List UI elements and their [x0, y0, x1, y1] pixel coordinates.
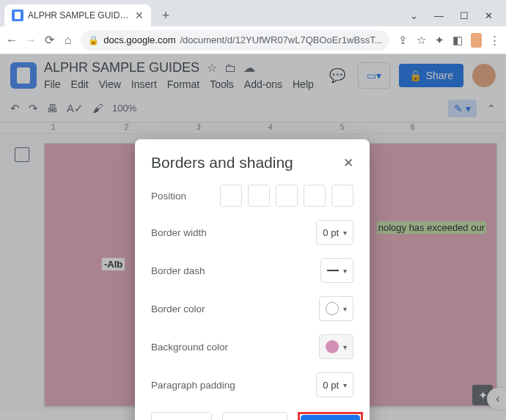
- paragraph-padding-label: Paragraph padding: [151, 380, 235, 391]
- maximize-icon[interactable]: ☐: [460, 10, 469, 21]
- docs-favicon-icon: [12, 10, 23, 21]
- forward-icon: →: [25, 34, 37, 47]
- position-options: [220, 185, 353, 207]
- url-field[interactable]: 🔒 docs.google.com /document/d/12YUfWR07w…: [81, 30, 389, 51]
- border-left-icon[interactable]: [276, 185, 298, 207]
- extensions-icon[interactable]: ✦: [434, 34, 445, 47]
- background-color-row: Background color ▾: [151, 334, 353, 359]
- back-icon[interactable]: ←: [6, 34, 18, 47]
- paragraph-padding-value: 0 pt: [323, 380, 339, 391]
- dialog-actions: Reset Cancel Apply: [151, 412, 353, 420]
- paragraph-padding-row: Paragraph padding 0 pt ▾: [151, 372, 353, 397]
- share-page-icon[interactable]: ⇪: [397, 34, 408, 47]
- border-dash-row: Border dash ▾: [151, 258, 353, 283]
- kebab-menu-icon[interactable]: ⋮: [489, 34, 500, 47]
- borders-shading-dialog: Borders and shading ✕ Position Border wi…: [135, 139, 370, 420]
- sidepanel-icon[interactable]: ◧: [452, 34, 463, 47]
- cancel-button[interactable]: Cancel: [222, 412, 288, 420]
- caret-down-icon: ▾: [343, 343, 347, 351]
- lock-icon: 🔒: [88, 35, 99, 45]
- border-top-icon[interactable]: [220, 185, 242, 207]
- chevron-down-icon[interactable]: ⌄: [410, 10, 418, 21]
- browser-chrome: ALPHR SAMPLE GUIDES - Googl ✕ + ⌄ — ☐ ✕ …: [0, 0, 506, 54]
- tab-strip: ALPHR SAMPLE GUIDES - Googl ✕ + ⌄ — ☐ ✕: [0, 0, 506, 26]
- dialog-title: Borders and shading: [151, 154, 293, 172]
- profile-avatar-icon[interactable]: [471, 33, 482, 48]
- position-label: Position: [151, 191, 186, 202]
- border-right-icon[interactable]: [304, 185, 326, 207]
- border-dash-label: Border dash: [151, 265, 205, 276]
- close-tab-icon[interactable]: ✕: [135, 10, 144, 21]
- border-bottom-icon[interactable]: [248, 185, 270, 207]
- border-dash-dropdown[interactable]: ▾: [320, 258, 353, 283]
- border-between-icon[interactable]: [331, 185, 353, 207]
- new-tab-button[interactable]: +: [155, 5, 176, 26]
- caret-down-icon: ▾: [343, 267, 347, 275]
- address-bar: ← → ⟳ ⌂ 🔒 docs.google.com /document/d/12…: [0, 26, 506, 54]
- border-width-dropdown[interactable]: 0 pt ▾: [316, 220, 353, 245]
- tab-title: ALPHR SAMPLE GUIDES - Googl: [28, 10, 131, 21]
- reload-icon[interactable]: ⟳: [44, 33, 55, 47]
- border-color-row: Border color ▾: [151, 296, 353, 321]
- border-color-dropdown[interactable]: ▾: [319, 296, 353, 321]
- home-icon[interactable]: ⌂: [62, 34, 73, 47]
- browser-tab[interactable]: ALPHR SAMPLE GUIDES - Googl ✕: [4, 4, 151, 26]
- caret-down-icon: ▾: [343, 229, 347, 237]
- apply-button[interactable]: Apply: [301, 415, 360, 420]
- caret-down-icon: ▾: [343, 305, 347, 313]
- star-icon[interactable]: ☆: [416, 34, 427, 47]
- url-path: /document/d/12YUfWR07wL7QBOoEr1wBssT...: [180, 34, 382, 45]
- border-color-label: Border color: [151, 303, 205, 314]
- docs-app: ALPHR SAMPLE GUIDES ☆ 🗀 ☁ File Edit View…: [0, 54, 506, 420]
- apply-highlight: Apply: [298, 412, 363, 420]
- url-host: docs.google.com: [103, 34, 175, 45]
- position-row: Position: [151, 185, 353, 207]
- background-color-label: Background color: [151, 342, 228, 353]
- close-window-icon[interactable]: ✕: [485, 10, 493, 21]
- caret-down-icon: ▾: [343, 381, 347, 389]
- solid-line-icon: [327, 270, 339, 271]
- close-dialog-icon[interactable]: ✕: [343, 155, 353, 171]
- border-width-row: Border width 0 pt ▾: [151, 220, 353, 245]
- minimize-icon[interactable]: —: [434, 10, 444, 21]
- color-swatch-icon: [326, 340, 339, 353]
- border-width-value: 0 pt: [323, 227, 339, 238]
- window-controls: ⌄ — ☐ ✕: [410, 10, 506, 21]
- border-width-label: Border width: [151, 227, 207, 238]
- background-color-dropdown[interactable]: ▾: [319, 334, 353, 359]
- reset-button[interactable]: Reset: [151, 412, 212, 420]
- color-swatch-none-icon: [326, 302, 339, 315]
- paragraph-padding-dropdown[interactable]: 0 pt ▾: [316, 372, 353, 397]
